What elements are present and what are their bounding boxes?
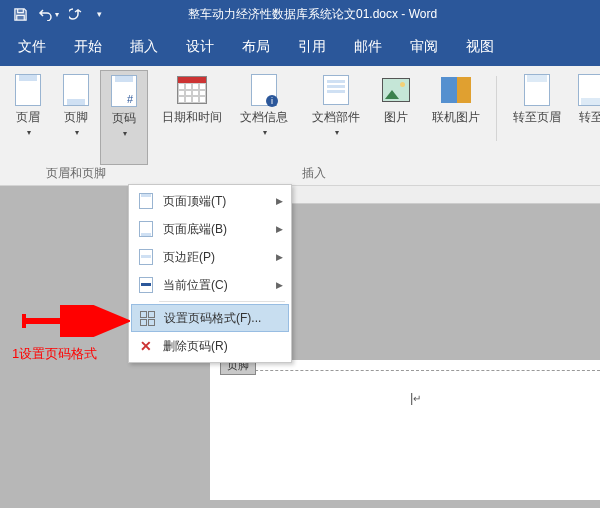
tab-design[interactable]: 设计 [172,28,228,66]
redo-icon [69,7,83,21]
menu-label: 当前位置(C) [163,277,228,294]
goto-header-button[interactable]: 转至页眉 [501,70,573,165]
page-margin-icon [139,249,153,265]
undo-button[interactable]: ▾ [34,0,62,28]
chevron-down-icon: ▾ [75,128,79,137]
annotation-text: 1设置页码格式 [12,345,97,363]
ribbon-separator [496,76,497,141]
customize-qat-button[interactable]: ▾ [90,0,108,28]
page-number-button[interactable]: 页码 ▾ [100,70,148,165]
delete-icon: ✕ [140,339,152,353]
chevron-down-icon: ▾ [335,128,339,137]
undo-icon [38,7,54,21]
tab-home[interactable]: 开始 [60,28,116,66]
submenu-arrow-icon: ▶ [276,280,283,290]
picture-label: 图片 [384,110,408,124]
title-bar: ▾ ▾ 整车动力经济性数据库系统论文01.docx - Word [0,0,600,28]
tab-view[interactable]: 视图 [452,28,508,66]
menu-label: 删除页码(R) [163,338,228,355]
submenu-arrow-icon: ▶ [276,196,283,206]
tab-references[interactable]: 引用 [284,28,340,66]
page-number-label: 页码 [112,111,136,125]
chevron-down-icon: ▾ [27,128,31,137]
menu-label: 页边距(P) [163,249,215,266]
menu-format-page-numbers[interactable]: 设置页码格式(F)... [131,304,289,332]
redo-button[interactable] [62,0,90,28]
goto-header-label: 转至页眉 [513,110,561,124]
document-parts-label: 文档部件 [312,110,360,124]
group-label-insert: 插入 [152,165,600,185]
header-button[interactable]: 页眉 ▾ [4,70,52,165]
format-icon [139,310,155,326]
footer-boundary [230,370,600,371]
tab-insert[interactable]: 插入 [116,28,172,66]
menu-page-margin[interactable]: 页边距(P) ▶ [131,243,289,271]
page-number-menu: 页面顶端(T) ▶ 页面底端(B) ▶ 页边距(P) ▶ 当前位置(C) ▶ 设… [128,184,292,363]
picture-icon [382,78,410,102]
goto-header-icon [524,74,550,106]
footer-icon [63,74,89,106]
chevron-down-icon: ▾ [263,128,267,137]
current-position-icon [139,277,153,293]
goto-footer-button[interactable]: 转至 [573,70,600,165]
ribbon-tabs: 文件 开始 插入 设计 布局 引用 邮件 审阅 视图 [0,28,600,66]
picture-button[interactable]: 图片 [372,70,420,165]
document-info-button[interactable]: 文档信息 ▾ [228,70,300,165]
chevron-down-icon: ▾ [123,129,127,138]
footer-button[interactable]: 页脚 ▾ [52,70,100,165]
footer-label: 页脚 [64,110,88,124]
save-icon [13,7,28,22]
date-time-button[interactable]: 日期和时间 [156,70,228,165]
document-info-icon [251,74,277,106]
menu-remove-page-numbers[interactable]: ✕ 删除页码(R) [131,332,289,360]
menu-page-top[interactable]: 页面顶端(T) ▶ [131,187,289,215]
document-parts-button[interactable]: 文档部件 ▾ [300,70,372,165]
tab-layout[interactable]: 布局 [228,28,284,66]
ribbon-group-header-footer: 页眉 ▾ 页脚 ▾ 页码 ▾ 页眉和页脚 [0,66,152,185]
menu-page-bottom[interactable]: 页面底端(B) ▶ [131,215,289,243]
document-parts-icon [323,75,349,105]
header-icon [15,74,41,106]
window-title: 整车动力经济性数据库系统论文01.docx - Word [188,6,437,23]
page-bottom-icon [139,221,153,237]
tab-review[interactable]: 审阅 [396,28,452,66]
menu-label: 页面顶端(T) [163,193,226,210]
page-number-icon [111,75,137,107]
chevron-down-icon: ▾ [97,9,102,19]
calendar-icon [177,76,207,104]
menu-separator [159,301,285,302]
tab-file[interactable]: 文件 [4,28,60,66]
quick-access-toolbar: ▾ ▾ [6,0,108,28]
text-cursor: |↵ [410,390,421,405]
online-picture-button[interactable]: 联机图片 [420,70,492,165]
save-button[interactable] [6,0,34,28]
document-info-label: 文档信息 [240,110,288,124]
menu-label: 页面底端(B) [163,221,227,238]
online-picture-label: 联机图片 [432,110,480,124]
submenu-arrow-icon: ▶ [276,224,283,234]
goto-footer-label: 转至 [579,110,600,124]
group-label-header-footer: 页眉和页脚 [0,165,152,185]
submenu-arrow-icon: ▶ [276,252,283,262]
header-label: 页眉 [16,110,40,124]
annotation-arrow-icon [20,305,130,337]
online-picture-icon [441,77,471,103]
page-top-icon [139,193,153,209]
menu-label: 设置页码格式(F)... [164,310,261,327]
page-footer-area[interactable]: 页脚 |↵ [210,360,600,500]
goto-footer-icon [578,74,600,106]
menu-current-position[interactable]: 当前位置(C) ▶ [131,271,289,299]
date-time-label: 日期和时间 [162,110,222,124]
ribbon: 页眉 ▾ 页脚 ▾ 页码 ▾ 页眉和页脚 日期和时间 [0,66,600,186]
tab-mailings[interactable]: 邮件 [340,28,396,66]
ribbon-group-insert: 日期和时间 文档信息 ▾ 文档部件 ▾ 图片 联机图片 [152,66,600,185]
